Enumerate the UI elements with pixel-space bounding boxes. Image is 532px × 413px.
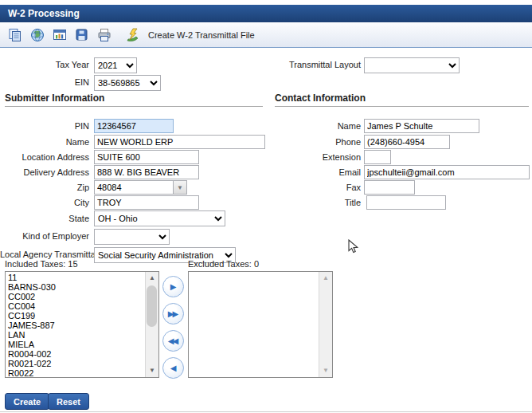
pin-input[interactable] (94, 119, 174, 133)
list-item[interactable]: CC004 (8, 301, 145, 311)
ein-select[interactable]: 38-569865 (94, 75, 161, 91)
phone-label: Phone (239, 137, 361, 147)
tax-year-select[interactable]: 2021 (94, 57, 137, 73)
local-agency-transmittal-label: Local Agency Transmittal (0, 250, 89, 259)
location-address-input[interactable] (94, 150, 199, 164)
transmittal-layout-label: Transmittal Layout (239, 60, 361, 69)
excluded-taxes-items (189, 272, 319, 377)
transmittal-layout-select[interactable] (364, 57, 460, 73)
submitter-divider (5, 106, 263, 107)
arrow-left-icon: ◀ (170, 364, 175, 372)
email-input[interactable] (364, 165, 530, 179)
phone-input[interactable] (364, 135, 450, 149)
contact-name-label: Name (239, 121, 361, 131)
excluded-taxes-listbox[interactable]: ▲ ▼ (188, 271, 333, 378)
location-address-label: Location Address (0, 152, 89, 162)
scroll-up-icon[interactable]: ▲ (319, 272, 332, 285)
included-scrollbar[interactable]: ▲ ▼ (145, 272, 158, 377)
kind-of-employer-select[interactable] (94, 229, 170, 245)
scroll-down-icon[interactable]: ▼ (319, 364, 332, 377)
kind-of-employer-label: Kind of Employer (0, 231, 89, 241)
fax-input[interactable] (364, 180, 415, 195)
reset-button[interactable]: Reset (48, 393, 89, 410)
contact-name-input[interactable] (364, 119, 479, 133)
bottom-divider (0, 411, 532, 412)
contact-section-heading: Contact Information (275, 92, 366, 104)
page-title: W-2 Processing (8, 8, 80, 19)
report-window-icon[interactable] (49, 25, 70, 45)
zip-input[interactable] (94, 180, 174, 195)
window-title-bar: W-2 Processing (0, 5, 532, 22)
move-right-button[interactable]: ▶ (162, 276, 184, 297)
list-item[interactable]: CC199 (8, 311, 145, 321)
w2-processing-window: W-2 Processing (0, 0, 532, 413)
globe-icon[interactable] (27, 25, 48, 45)
pin-label: PIN (0, 121, 89, 131)
list-item[interactable]: MIELA (8, 340, 145, 349)
list-item[interactable]: 11 (8, 273, 145, 282)
list-item[interactable]: BARNS-030 (8, 282, 145, 292)
scroll-up-icon[interactable]: ▲ (146, 272, 158, 285)
excluded-taxes-label: Excluded Taxes: 0 (188, 259, 259, 269)
list-item[interactable]: R0022 (8, 368, 145, 377)
state-select[interactable]: OH - Ohio (94, 210, 225, 226)
list-item[interactable]: R0021-022 (8, 359, 145, 368)
double-arrow-left-icon: ◀◀ (168, 336, 177, 345)
ein-label: EIN (0, 77, 89, 87)
submitter-section-heading: Submitter Information (5, 92, 104, 104)
arrow-right-icon: ▶ (170, 282, 175, 291)
included-taxes-items: 11 BARNS-030 CC002 CC004 CC199 JAMES-887… (6, 272, 145, 377)
excluded-scrollbar[interactable]: ▲ ▼ (319, 272, 332, 377)
list-item[interactable]: LAN (8, 330, 145, 340)
toolbar: Create W-2 Transmittal File (0, 22, 532, 48)
delivery-address-input[interactable] (94, 165, 199, 179)
create-transmittal-label: Create W-2 Transmittal File (148, 30, 255, 40)
included-taxes-label: Included Taxes: 15 (5, 259, 78, 269)
contact-divider (275, 106, 529, 107)
city-label: City (0, 198, 89, 207)
delivery-address-label: Delivery Address (0, 167, 89, 177)
extension-label: Extension (239, 152, 361, 162)
title-label: Title (239, 198, 361, 207)
extension-input[interactable] (364, 150, 391, 164)
title-input[interactable] (366, 195, 446, 210)
mouse-cursor (348, 239, 361, 254)
list-item[interactable]: R0004-002 (8, 349, 145, 359)
list-item[interactable]: JAMES-887 (8, 321, 145, 330)
export-icon[interactable] (72, 25, 92, 45)
create-transmittal-button[interactable]: Create W-2 Transmittal File (123, 25, 255, 45)
chevron-down-icon: ▼ (177, 184, 183, 191)
create-button[interactable]: Create (5, 393, 49, 410)
tax-year-label: Tax Year (0, 60, 89, 69)
move-all-right-button[interactable]: ▶▶ (162, 303, 184, 324)
included-taxes-listbox[interactable]: 11 BARNS-030 CC002 CC004 CC199 JAMES-887… (5, 271, 159, 378)
scroll-down-icon[interactable]: ▼ (146, 364, 158, 377)
printer-icon[interactable] (94, 25, 115, 45)
scroll-thumb[interactable] (147, 285, 157, 327)
pages-icon[interactable] (5, 25, 25, 45)
city-input[interactable] (94, 195, 199, 210)
lightning-icon (123, 25, 143, 45)
submitter-name-label: Name (0, 137, 89, 147)
state-label: State (0, 214, 89, 223)
double-arrow-right-icon: ▶▶ (168, 309, 177, 318)
move-all-left-button[interactable]: ◀◀ (162, 330, 184, 352)
fax-label: Fax (239, 183, 361, 192)
zip-label: Zip (0, 183, 89, 192)
zip-dropdown-button[interactable]: ▼ (173, 180, 187, 195)
move-left-button[interactable]: ◀ (162, 357, 184, 379)
list-item[interactable]: CC002 (8, 292, 145, 301)
email-label: Email (239, 167, 361, 177)
